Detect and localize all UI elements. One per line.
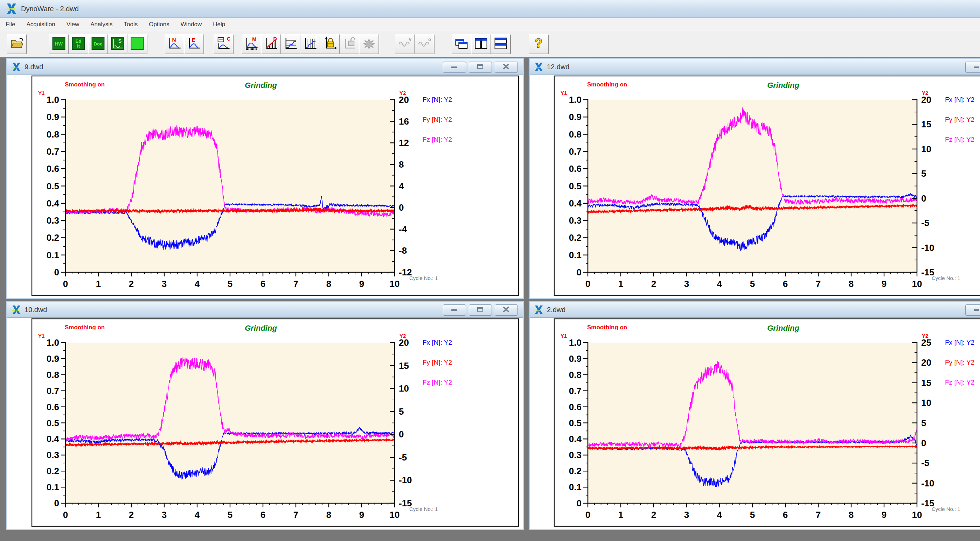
x-tick-label: 1 <box>618 509 623 520</box>
smoothing-label: Smoothing on <box>587 81 627 88</box>
wave-icon: V <box>397 36 412 52</box>
tile-vertical-button[interactable] <box>471 34 491 54</box>
abort-button <box>359 34 379 54</box>
y2-tick-label: 10 <box>399 383 409 393</box>
x-tick-label: 8 <box>326 509 331 520</box>
y2-tick-label: -10 <box>921 243 934 253</box>
y1-tick-label: 0.1 <box>46 482 59 492</box>
y1-tick-label: 1.0 <box>46 337 59 348</box>
child-titlebar[interactable]: dyno12.dwd <box>530 59 980 75</box>
minimize-button[interactable] <box>965 62 980 73</box>
menu-item-file[interactable]: File <box>0 18 21 31</box>
x-tick-label: 8 <box>849 279 854 289</box>
svg-text:D: D <box>274 36 277 42</box>
minimize-button[interactable] <box>443 305 466 316</box>
y1-tick-label: 0 <box>577 498 582 508</box>
legend-item: Fz [N]: Y2 <box>423 379 452 386</box>
close-button[interactable] <box>495 305 518 316</box>
grinding-chart: 1.00.90.80.70.60.50.40.30.20.10201612840… <box>7 75 523 298</box>
wave-icon: o <box>417 36 432 52</box>
app-titlebar[interactable]: dyno DynoWare - 2.dwd <box>0 0 980 18</box>
acquisition-status-button[interactable] <box>127 34 147 54</box>
legend-item: Fz [N]: Y2 <box>945 136 974 143</box>
menu-item-analysis[interactable]: Analysis <box>85 18 118 31</box>
chart-title: Grinding <box>245 324 277 332</box>
y1-tick-label: 0.2 <box>46 232 59 243</box>
svg-text:?: ? <box>535 36 543 51</box>
x-tick-label: 9 <box>881 279 886 289</box>
y1-tick-label: 1.0 <box>46 95 59 105</box>
y2-tick-label: 20 <box>921 95 931 105</box>
edit-button[interactable]: Edit <box>68 34 88 54</box>
y1-axis-label: Y1 <box>560 333 567 339</box>
y2-tick-label: 0 <box>399 202 404 213</box>
y1-tick-label: 0.7 <box>569 146 582 157</box>
menu-item-tools[interactable]: Tools <box>118 18 143 31</box>
graph-d-button[interactable]: D <box>261 34 281 54</box>
lock-view-button[interactable] <box>320 34 340 54</box>
y1-tick-label: 0.4 <box>46 198 59 209</box>
y2-tick-label: 12 <box>399 138 409 148</box>
y2-tick-label: 15 <box>921 378 931 388</box>
y2-axis-label: Y2 <box>399 90 406 96</box>
x-tick-label: 1 <box>618 279 623 289</box>
x-tick-label: 10 <box>912 509 922 520</box>
y1-tick-label: 0.7 <box>46 146 59 157</box>
cycle-label: Cycle No.: 1 <box>932 506 960 512</box>
child-window-title: 9.dwd <box>24 63 43 71</box>
y1-axis-label: Y1 <box>38 333 45 339</box>
restore-icon <box>476 306 485 314</box>
x-tick-label: 7 <box>816 279 821 289</box>
y1-tick-label: 0.2 <box>569 232 582 243</box>
menu-item-view[interactable]: View <box>61 18 85 31</box>
x-tick-label: 4 <box>717 509 722 520</box>
minimize-icon <box>450 64 459 71</box>
y2-tick-label: 20 <box>399 95 409 105</box>
y1-tick-label: 0.4 <box>569 198 582 209</box>
minimize-button[interactable] <box>965 305 980 316</box>
y1-tick-label: 0.9 <box>569 354 582 364</box>
cascade-windows-button[interactable] <box>452 34 471 54</box>
tile-h-icon <box>493 36 508 52</box>
y2-tick-label: 4 <box>399 181 404 191</box>
device-config-button[interactable]: C <box>213 34 233 54</box>
hardware-button[interactable]: HW <box>49 34 68 54</box>
graph-c-icon: C <box>216 36 231 52</box>
menu-item-window[interactable]: Window <box>175 18 207 31</box>
tile-horizontal-button[interactable] <box>491 34 511 54</box>
h-gridlines-button[interactable] <box>281 34 301 54</box>
y2-tick-label: 0 <box>399 429 404 439</box>
x-tick-label: 5 <box>228 509 232 520</box>
wave-v-button: V <box>395 34 415 54</box>
x-tick-label: 0 <box>585 279 590 289</box>
y1-tick-label: 0.9 <box>569 112 582 122</box>
y1-tick-label: 0.2 <box>46 466 59 476</box>
restore-button[interactable] <box>469 62 492 73</box>
menu-item-options[interactable]: Options <box>143 18 175 31</box>
y1-tick-label: 0.8 <box>569 129 582 140</box>
legend-item: Fy [N]: Y2 <box>945 359 974 366</box>
child-titlebar[interactable]: dyno9.dwd <box>7 59 523 75</box>
restore-button[interactable] <box>469 305 492 316</box>
menu-item-acquisition[interactable]: Acquisition <box>21 18 60 31</box>
child-titlebar[interactable]: dyno10.dwd <box>7 302 523 318</box>
svg-text:dyno: dyno <box>535 309 541 312</box>
child-titlebar[interactable]: dyno2.dwd <box>530 302 980 318</box>
graph-e-button[interactable]: E <box>184 34 204 54</box>
legend-item: Fx [N]: Y2 <box>945 96 974 103</box>
close-button[interactable] <box>495 62 518 73</box>
minimize-button[interactable] <box>443 62 466 73</box>
unlock-view-button <box>340 34 359 54</box>
x-tick-label: 1 <box>96 279 101 289</box>
graph-n-button[interactable]: N <box>165 34 184 54</box>
chart-title: Grinding <box>767 324 799 332</box>
signal-setup-button[interactable]: S <box>108 34 127 54</box>
y1-tick-label: 0.4 <box>569 433 582 444</box>
open-file-button[interactable] <box>7 34 27 54</box>
help-button[interactable]: ? <box>529 34 548 54</box>
v-gridlines-button[interactable] <box>301 34 320 54</box>
graph-m-button[interactable]: M <box>242 34 261 54</box>
menu-item-help[interactable]: Help <box>207 18 231 31</box>
svg-text:V: V <box>409 37 412 42</box>
documentation-button[interactable]: Doc <box>88 34 108 54</box>
